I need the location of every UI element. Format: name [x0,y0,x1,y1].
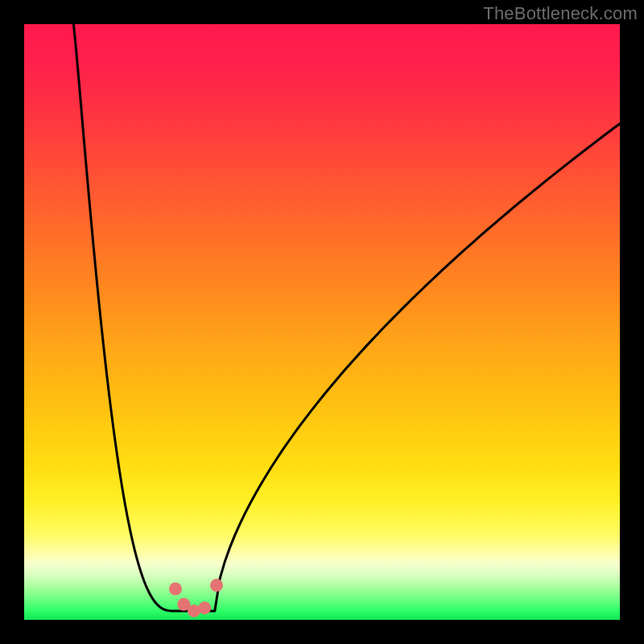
valley-marker [169,583,182,596]
valley-marker [198,601,211,614]
curve-layer [24,24,620,620]
chart-frame: TheBottleneck.com [0,0,644,644]
watermark-text: TheBottleneck.com [483,3,638,24]
plot-area [24,24,620,620]
bottleneck-curve [73,24,620,611]
valley-marker [210,579,223,592]
